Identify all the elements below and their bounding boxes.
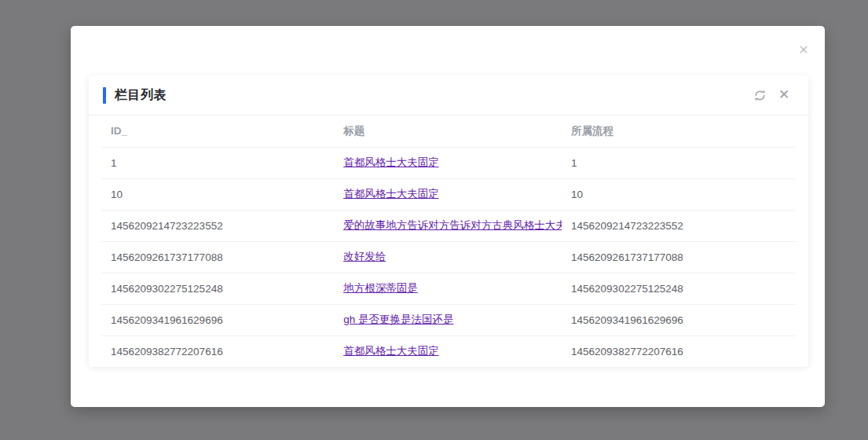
table-row: 1456209382772207616首都风格士大夫固定145620938277… — [101, 336, 796, 367]
table-header-row: ID_ 标题 所属流程 — [101, 116, 796, 147]
cell-title: 首都风格士大夫固定 — [334, 178, 562, 210]
cell-title: 改好发给 — [334, 241, 562, 273]
table-row: 1456209261737177088改好发给14562092617371770… — [101, 241, 796, 273]
panel-title: 栏目列表 — [115, 87, 167, 104]
cell-title: gh 是否更换是法国还是 — [334, 304, 562, 336]
title-link[interactable]: 改好发给 — [343, 251, 386, 262]
cell-flow: 10 — [562, 178, 796, 210]
table-row: 1456209214723223552爱的故事地方告诉对方告诉对方古典风格士大夫… — [101, 210, 796, 241]
table-row: 1首都风格士大夫固定1 — [101, 147, 796, 178]
cell-id: 1456209341961629696 — [101, 304, 334, 336]
cell-flow: 1456209382772207616 — [562, 336, 796, 367]
table-row: 1456209341961629696gh 是否更换是法国还是145620934… — [101, 304, 796, 336]
title-link[interactable]: 首都风格士大夫固定 — [343, 345, 439, 357]
title-link[interactable]: gh 是否更换是法国还是 — [343, 314, 453, 325]
cell-title: 首都风格士大夫固定 — [334, 147, 562, 178]
panel-header-actions: ✕ — [753, 88, 791, 102]
table-row: 10首都风格士大夫固定10 — [101, 178, 796, 210]
table-row: 1456209302275125248地方根深蒂固是14562093022751… — [101, 273, 796, 304]
column-header-flow: 所属流程 — [562, 116, 796, 147]
cell-flow: 1456209302275125248 — [562, 273, 796, 304]
column-header-id: ID_ — [101, 116, 334, 147]
panel-close-button[interactable]: ✕ — [777, 88, 791, 102]
cell-title: 爱的故事地方告诉对方告诉对方古典风格士大夫gs — [334, 210, 562, 241]
refresh-icon — [753, 89, 767, 102]
title-link[interactable]: 首都风格士大夫固定 — [343, 188, 439, 200]
cell-flow: 1456209261737177088 — [562, 241, 796, 273]
cell-flow: 1456209214723223552 — [562, 210, 796, 241]
panel-header: 栏目列表 ✕ — [89, 75, 808, 116]
cell-title: 首都风格士大夫固定 — [334, 336, 562, 367]
cell-id: 1456209382772207616 — [101, 336, 334, 367]
column-list-panel: 栏目列表 ✕ — [89, 75, 808, 367]
dialog: ✕ 栏目列表 ✕ — [71, 26, 825, 407]
cell-title: 地方根深蒂固是 — [334, 273, 562, 304]
title-accent-bar — [103, 87, 106, 104]
column-header-title: 标题 — [334, 116, 562, 147]
close-icon: ✕ — [778, 88, 789, 102]
table-body: 1首都风格士大夫固定110首都风格士大夫固定101456209214723223… — [101, 147, 796, 367]
cell-id: 1 — [101, 147, 334, 178]
cell-id: 1456209302275125248 — [101, 273, 334, 304]
title-link[interactable]: 首都风格士大夫固定 — [343, 156, 439, 168]
cell-id: 1456209214723223552 — [101, 210, 334, 241]
refresh-button[interactable] — [753, 88, 767, 102]
cell-id: 1456209261737177088 — [101, 241, 334, 273]
cell-flow: 1456209341961629696 — [562, 304, 796, 336]
column-list-table: ID_ 标题 所属流程 1首都风格士大夫固定110首都风格士大夫固定101456… — [89, 116, 808, 367]
cell-flow: 1 — [562, 147, 796, 178]
dialog-close-button[interactable]: ✕ — [797, 43, 811, 57]
close-icon: ✕ — [798, 43, 808, 57]
title-link[interactable]: 爱的故事地方告诉对方告诉对方古典风格士大夫gs — [343, 219, 562, 231]
title-link[interactable]: 地方根深蒂固是 — [343, 282, 418, 294]
cell-id: 10 — [101, 178, 334, 210]
